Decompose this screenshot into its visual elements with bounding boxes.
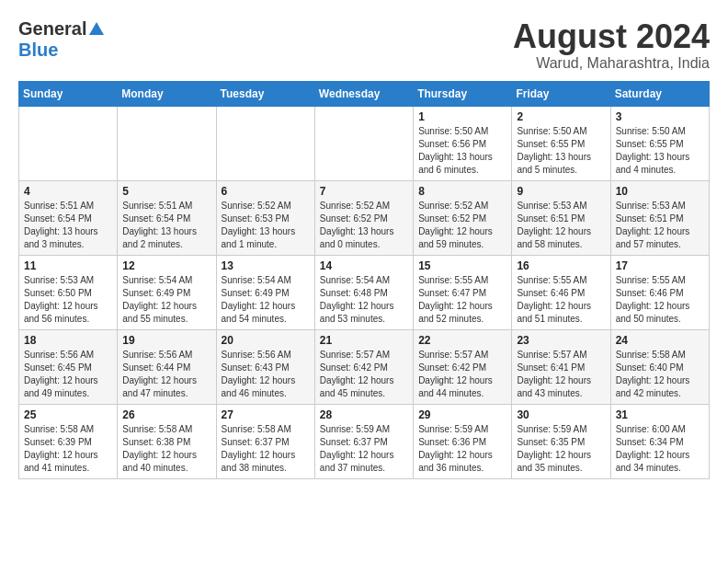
day-info: Sunrise: 5:55 AM Sunset: 6:46 PM Dayligh… xyxy=(517,274,605,326)
day-number: 30 xyxy=(517,408,605,421)
calendar-cell: 29Sunrise: 5:59 AM Sunset: 6:36 PM Dayli… xyxy=(414,404,512,478)
calendar-cell: 9Sunrise: 5:53 AM Sunset: 6:51 PM Daylig… xyxy=(512,180,610,255)
day-info: Sunrise: 5:50 AM Sunset: 6:56 PM Dayligh… xyxy=(418,125,506,177)
calendar-cell: 18Sunrise: 5:56 AM Sunset: 6:45 PM Dayli… xyxy=(19,329,118,404)
weekday-header: Friday xyxy=(512,81,610,106)
calendar-cell: 17Sunrise: 5:55 AM Sunset: 6:46 PM Dayli… xyxy=(610,255,709,329)
day-info: Sunrise: 5:52 AM Sunset: 6:53 PM Dayligh… xyxy=(222,200,310,251)
day-info: Sunrise: 5:53 AM Sunset: 6:51 PM Dayligh… xyxy=(616,200,704,251)
day-number: 15 xyxy=(418,259,506,272)
calendar-week-row: 25Sunrise: 5:58 AM Sunset: 6:39 PM Dayli… xyxy=(19,404,710,478)
day-number: 7 xyxy=(320,185,408,198)
calendar-cell: 24Sunrise: 5:58 AM Sunset: 6:40 PM Dayli… xyxy=(610,329,709,404)
calendar-table: SundayMondayTuesdayWednesdayThursdayFrid… xyxy=(18,81,710,479)
calendar-cell: 20Sunrise: 5:56 AM Sunset: 6:43 PM Dayli… xyxy=(216,329,314,404)
day-info: Sunrise: 5:56 AM Sunset: 6:45 PM Dayligh… xyxy=(24,349,112,400)
day-info: Sunrise: 5:52 AM Sunset: 6:52 PM Dayligh… xyxy=(320,200,408,251)
calendar-cell: 11Sunrise: 5:53 AM Sunset: 6:50 PM Dayli… xyxy=(19,255,118,329)
weekday-header: Thursday xyxy=(414,81,512,106)
day-info: Sunrise: 5:57 AM Sunset: 6:42 PM Dayligh… xyxy=(418,349,506,400)
title-block: August 2024 Warud, Maharashtra, India xyxy=(513,18,710,72)
day-info: Sunrise: 5:57 AM Sunset: 6:41 PM Dayligh… xyxy=(517,349,605,400)
day-number: 16 xyxy=(517,259,605,272)
day-number: 22 xyxy=(418,334,506,347)
calendar-title: August 2024 xyxy=(513,18,710,55)
day-number: 1 xyxy=(418,110,506,123)
calendar-cell: 22Sunrise: 5:57 AM Sunset: 6:42 PM Dayli… xyxy=(414,329,512,404)
day-info: Sunrise: 5:58 AM Sunset: 6:39 PM Dayligh… xyxy=(24,423,112,475)
weekday-header: Monday xyxy=(118,81,216,106)
day-number: 21 xyxy=(320,334,408,347)
calendar-cell: 21Sunrise: 5:57 AM Sunset: 6:42 PM Dayli… xyxy=(314,329,413,404)
day-info: Sunrise: 5:54 AM Sunset: 6:48 PM Dayligh… xyxy=(320,274,408,326)
day-number: 3 xyxy=(616,110,704,123)
weekday-header: Tuesday xyxy=(216,81,314,106)
calendar-cell xyxy=(216,106,314,180)
day-info: Sunrise: 5:58 AM Sunset: 6:37 PM Dayligh… xyxy=(222,423,310,475)
day-info: Sunrise: 5:58 AM Sunset: 6:38 PM Dayligh… xyxy=(122,423,210,475)
day-info: Sunrise: 5:57 AM Sunset: 6:42 PM Dayligh… xyxy=(320,349,408,400)
weekday-header: Saturday xyxy=(610,81,709,106)
day-info: Sunrise: 5:53 AM Sunset: 6:50 PM Dayligh… xyxy=(24,274,112,326)
logo: General Blue xyxy=(18,18,105,61)
day-info: Sunrise: 6:00 AM Sunset: 6:34 PM Dayligh… xyxy=(616,423,704,475)
day-number: 8 xyxy=(418,185,506,198)
day-number: 10 xyxy=(616,185,704,198)
calendar-cell: 7Sunrise: 5:52 AM Sunset: 6:52 PM Daylig… xyxy=(314,180,413,255)
logo-blue-text: Blue xyxy=(18,40,58,61)
calendar-cell: 27Sunrise: 5:58 AM Sunset: 6:37 PM Dayli… xyxy=(216,404,314,478)
day-number: 9 xyxy=(517,185,605,198)
day-number: 19 xyxy=(122,334,210,347)
day-info: Sunrise: 5:51 AM Sunset: 6:54 PM Dayligh… xyxy=(122,200,210,251)
calendar-week-row: 18Sunrise: 5:56 AM Sunset: 6:45 PM Dayli… xyxy=(19,329,710,404)
day-info: Sunrise: 5:56 AM Sunset: 6:44 PM Dayligh… xyxy=(122,349,210,400)
calendar-cell: 8Sunrise: 5:52 AM Sunset: 6:52 PM Daylig… xyxy=(414,180,512,255)
calendar-cell: 4Sunrise: 5:51 AM Sunset: 6:54 PM Daylig… xyxy=(19,180,118,255)
calendar-cell: 1Sunrise: 5:50 AM Sunset: 6:56 PM Daylig… xyxy=(414,106,512,180)
day-number: 26 xyxy=(122,408,210,421)
day-number: 25 xyxy=(24,408,112,421)
calendar-cell: 6Sunrise: 5:52 AM Sunset: 6:53 PM Daylig… xyxy=(216,180,314,255)
calendar-cell: 19Sunrise: 5:56 AM Sunset: 6:44 PM Dayli… xyxy=(118,329,216,404)
day-number: 18 xyxy=(24,334,112,347)
day-info: Sunrise: 5:55 AM Sunset: 6:47 PM Dayligh… xyxy=(418,274,506,326)
day-info: Sunrise: 5:54 AM Sunset: 6:49 PM Dayligh… xyxy=(122,274,210,326)
day-info: Sunrise: 5:52 AM Sunset: 6:52 PM Dayligh… xyxy=(418,200,506,251)
calendar-cell xyxy=(314,106,413,180)
weekday-header: Wednesday xyxy=(314,81,413,106)
day-info: Sunrise: 5:53 AM Sunset: 6:51 PM Dayligh… xyxy=(517,200,605,251)
day-number: 11 xyxy=(24,259,112,272)
day-number: 2 xyxy=(517,110,605,123)
day-number: 17 xyxy=(616,259,704,272)
calendar-cell: 16Sunrise: 5:55 AM Sunset: 6:46 PM Dayli… xyxy=(512,255,610,329)
logo-triangle-icon xyxy=(88,20,105,37)
calendar-cell: 30Sunrise: 5:59 AM Sunset: 6:35 PM Dayli… xyxy=(512,404,610,478)
calendar-cell: 5Sunrise: 5:51 AM Sunset: 6:54 PM Daylig… xyxy=(118,180,216,255)
calendar-cell: 23Sunrise: 5:57 AM Sunset: 6:41 PM Dayli… xyxy=(512,329,610,404)
day-number: 28 xyxy=(320,408,408,421)
day-number: 31 xyxy=(616,408,704,421)
calendar-cell: 26Sunrise: 5:58 AM Sunset: 6:38 PM Dayli… xyxy=(118,404,216,478)
calendar-cell: 25Sunrise: 5:58 AM Sunset: 6:39 PM Dayli… xyxy=(19,404,118,478)
day-number: 23 xyxy=(517,334,605,347)
day-info: Sunrise: 5:50 AM Sunset: 6:55 PM Dayligh… xyxy=(616,125,704,177)
calendar-week-row: 4Sunrise: 5:51 AM Sunset: 6:54 PM Daylig… xyxy=(19,180,710,255)
calendar-cell xyxy=(118,106,216,180)
day-number: 20 xyxy=(222,334,310,347)
page-header: General Blue August 2024 Warud, Maharash… xyxy=(18,18,710,72)
day-number: 12 xyxy=(122,259,210,272)
logo-general-text: General xyxy=(18,18,86,40)
weekday-header: Sunday xyxy=(19,81,118,106)
calendar-cell xyxy=(19,106,118,180)
calendar-cell: 14Sunrise: 5:54 AM Sunset: 6:48 PM Dayli… xyxy=(314,255,413,329)
day-number: 5 xyxy=(122,185,210,198)
svg-marker-0 xyxy=(89,22,104,35)
calendar-cell: 28Sunrise: 5:59 AM Sunset: 6:37 PM Dayli… xyxy=(314,404,413,478)
day-info: Sunrise: 5:51 AM Sunset: 6:54 PM Dayligh… xyxy=(24,200,112,251)
calendar-week-row: 11Sunrise: 5:53 AM Sunset: 6:50 PM Dayli… xyxy=(19,255,710,329)
day-info: Sunrise: 5:58 AM Sunset: 6:40 PM Dayligh… xyxy=(616,349,704,400)
day-info: Sunrise: 5:59 AM Sunset: 6:37 PM Dayligh… xyxy=(320,423,408,475)
day-info: Sunrise: 5:59 AM Sunset: 6:36 PM Dayligh… xyxy=(418,423,506,475)
day-info: Sunrise: 5:50 AM Sunset: 6:55 PM Dayligh… xyxy=(517,125,605,177)
day-info: Sunrise: 5:56 AM Sunset: 6:43 PM Dayligh… xyxy=(222,349,310,400)
